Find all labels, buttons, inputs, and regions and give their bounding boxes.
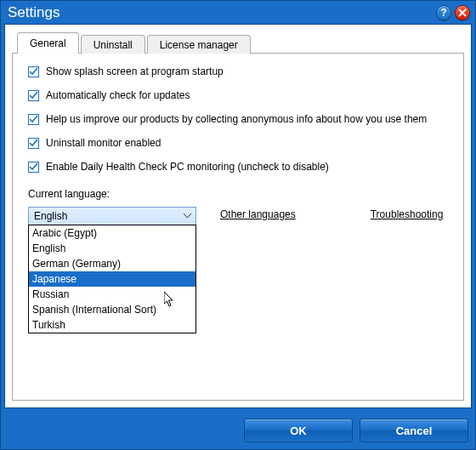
lang-option-japanese[interactable]: Japanese (29, 271, 196, 287)
lang-option-turkish[interactable]: Turkish (29, 317, 196, 333)
lang-option-english[interactable]: English (29, 241, 196, 256)
content-frame: General Uninstall License manager Show s… (4, 24, 472, 408)
language-selected-value: English (34, 210, 67, 222)
window-title: Settings (8, 4, 436, 21)
row-dhc: Enable Daily Health Check PC monitoring … (28, 161, 448, 173)
row-splash: Show splash screen at program startup (28, 66, 448, 77)
link-troubleshooting[interactable]: Troubleshooting (371, 208, 444, 220)
link-other-languages[interactable]: Other languages (220, 208, 296, 220)
language-row: English Arabic (Egypt) English German (G… (28, 207, 448, 225)
language-combo-wrapper: English Arabic (Egypt) English German (G… (28, 207, 196, 225)
row-improve: Help us improve our products by collecti… (28, 113, 448, 125)
tab-page-general: Show splash screen at program startup Au… (12, 53, 464, 401)
checkbox-monitor[interactable] (28, 138, 39, 149)
checkbox-dhc[interactable] (28, 162, 39, 173)
row-monitor: Uninstall monitor enabled (28, 137, 448, 149)
language-dropdown[interactable]: Arabic (Egypt) English German (Germany) … (28, 225, 196, 333)
help-icon[interactable]: ? (436, 5, 451, 20)
tab-general[interactable]: General (17, 32, 79, 54)
label-monitor: Uninstall monitor enabled (46, 137, 161, 149)
tab-bar: General Uninstall License manager (17, 32, 471, 54)
titlebar-icons: ? (436, 5, 470, 20)
label-improve: Help us improve our products by collecti… (46, 113, 427, 125)
button-bar: OK Cancel (1, 412, 475, 449)
label-dhc: Enable Daily Health Check PC monitoring … (46, 161, 329, 173)
checkbox-splash[interactable] (28, 66, 39, 77)
titlebar: Settings ? (1, 1, 475, 24)
cancel-button[interactable]: Cancel (360, 419, 468, 442)
checkbox-update[interactable] (28, 90, 39, 101)
tab-license-manager[interactable]: License manager (147, 35, 251, 54)
row-update: Automatically check for updates (28, 89, 448, 101)
lang-option-spanish[interactable]: Spanish (International Sort) (29, 302, 196, 317)
tab-uninstall[interactable]: Uninstall (81, 35, 145, 54)
checkbox-improve[interactable] (28, 114, 39, 125)
language-combobox[interactable]: English (28, 207, 196, 225)
chevron-down-icon (181, 210, 193, 222)
label-update: Automatically check for updates (46, 89, 190, 101)
lang-option-russian[interactable]: Russian (29, 287, 196, 302)
language-label: Current language: (28, 188, 448, 200)
ok-button[interactable]: OK (244, 419, 353, 442)
close-icon[interactable] (455, 5, 470, 20)
lang-option-german[interactable]: German (Germany) (29, 256, 196, 271)
lang-option-arabic[interactable]: Arabic (Egypt) (29, 225, 196, 241)
label-splash: Show splash screen at program startup (46, 66, 224, 77)
settings-window: Settings ? General Uninstall License man… (0, 0, 476, 450)
